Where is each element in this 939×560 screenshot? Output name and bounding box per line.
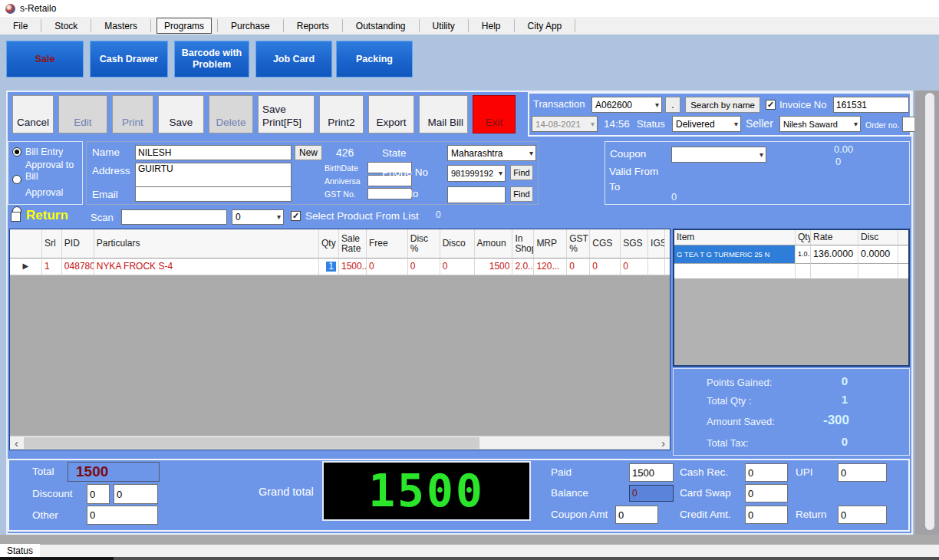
nav-job-card-button[interactable]: Job Card [255, 41, 332, 77]
email-input[interactable] [135, 186, 292, 202]
other-input[interactable]: 0 [87, 506, 158, 525]
upi-input[interactable]: 0 [838, 463, 887, 482]
grid-header-selector[interactable] [10, 229, 42, 259]
return-checkbox[interactable] [11, 212, 21, 222]
memno-input[interactable] [447, 186, 506, 203]
toolbar-export-button[interactable]: Export [368, 95, 414, 133]
toolbar-delete-button[interactable]: Delete [209, 95, 253, 133]
horizontal-scrollbar[interactable]: ‹ › [10, 436, 670, 450]
coupon-amt-input[interactable]: 0 [615, 506, 658, 524]
grid-header-pid[interactable]: PID [62, 229, 94, 259]
toolbar-save-button[interactable]: Save [158, 95, 204, 133]
toolbar-exit-button[interactable]: Exit [473, 95, 516, 133]
grid-cell-qty[interactable]: 1 [319, 259, 339, 275]
status-tab[interactable]: Status [0, 544, 40, 558]
grid-cell-free[interactable]: 0 [367, 259, 408, 275]
grid-header-particulars[interactable]: Particulars [94, 229, 319, 259]
toolbar-cancel-button[interactable]: Cancel [12, 95, 54, 133]
status-combobox[interactable]: Delivered▾ [672, 116, 741, 132]
menu-item-utility[interactable]: Utility [420, 17, 468, 35]
grid-header-igst[interactable]: IGST [648, 229, 665, 259]
item-cell-disc[interactable]: 0.0000 [858, 245, 898, 264]
toolbar-mail-bill-button[interactable]: Mail Bill [419, 95, 468, 133]
seller-combobox[interactable]: Nilesh Saward▾ [779, 116, 861, 132]
scan-input[interactable] [121, 209, 227, 225]
scroll-right-icon[interactable]: › [657, 436, 670, 449]
grid-cell-disc-pct[interactable]: 0 [408, 259, 440, 275]
phone-combobox[interactable]: 981999192▾ [447, 165, 506, 182]
grid-cell-amount[interactable]: 1500 [475, 259, 513, 275]
new-button[interactable]: New [295, 145, 322, 160]
item-cell-qty[interactable]: 1.0... [796, 245, 811, 264]
radio-approval-to-bill[interactable] [12, 175, 21, 184]
memno-find-button[interactable]: Find [510, 186, 533, 202]
item-row-empty[interactable] [674, 264, 908, 279]
grid-header-mrp[interactable]: MRP [534, 229, 567, 259]
toolbar-save-print-button[interactable]: Save Print[F5] [258, 95, 315, 133]
row-selector-icon[interactable]: ▶ [10, 259, 42, 275]
dot-button[interactable]: . [665, 97, 680, 113]
scan-qty-combobox[interactable]: 0▾ [232, 209, 284, 225]
nav-barcode-with-problem-button[interactable]: Barcode with Problem [174, 41, 249, 77]
item-header-rate[interactable]: Rate [811, 230, 858, 245]
cash-rec-input[interactable]: 0 [745, 463, 788, 482]
invoice-no-input[interactable]: 161531 [833, 97, 909, 113]
grid-cell-igst[interactable] [648, 259, 665, 275]
grid-cell-discount[interactable]: 0 [440, 259, 475, 275]
discount-input-1[interactable]: 0 [87, 484, 110, 504]
grid-header-sgst[interactable]: SGS [621, 229, 648, 259]
scroll-left-icon[interactable]: ‹ [10, 436, 23, 449]
grid-header-sale-rate[interactable]: Sale Rate [339, 229, 367, 259]
menu-item-stock[interactable]: Stock [41, 17, 91, 35]
name-input[interactable]: NILESH [135, 145, 292, 160]
date-combobox[interactable]: 14-08-2021▾ [532, 116, 598, 132]
grid-header-in-shop[interactable]: In Shop [512, 229, 534, 259]
window-scrollbar[interactable] [925, 93, 934, 530]
scrollbar-thumb[interactable] [24, 437, 479, 449]
coupon-combobox[interactable]: ▾ [671, 147, 766, 163]
nav-cash-drawer-button[interactable]: Cash Drawer [90, 41, 168, 77]
grid-cell-particulars[interactable]: NYKA FROCK S-4 [94, 259, 319, 275]
grid-cell-mrp[interactable]: 120... [534, 259, 567, 275]
menu-item-programs[interactable]: Programs [156, 18, 212, 34]
menu-item-reports[interactable]: Reports [284, 17, 342, 35]
grid-header-disc-pct[interactable]: Disc % [408, 229, 440, 259]
grid-cell-cgst[interactable]: 0 [590, 259, 621, 275]
grid-header-gst-pct[interactable]: GST % [567, 229, 590, 259]
menu-item-city-app[interactable]: City App [515, 17, 575, 35]
item-header-qty[interactable]: Qty [796, 230, 811, 245]
radio-bill-entry[interactable] [12, 147, 21, 156]
balance-input[interactable]: 0 [629, 485, 674, 502]
invoice-checkbox[interactable]: ✓ [766, 100, 776, 110]
grid-cell-srl[interactable]: 1 [42, 259, 62, 275]
grid-header-discount[interactable]: Disco [440, 229, 475, 259]
grid-cell-pid[interactable]: 048780 [62, 259, 94, 275]
toolbar-print2-button[interactable]: Print2 [319, 95, 364, 133]
return-amt-input[interactable]: 0 [838, 506, 887, 524]
transaction-combobox[interactable]: A062600▾ [591, 97, 662, 113]
discount-input-2[interactable]: 0 [114, 484, 158, 504]
card-swap-input[interactable]: 0 [745, 484, 788, 502]
item-header-disc[interactable]: Disc [858, 230, 898, 245]
menu-item-masters[interactable]: Masters [91, 17, 150, 35]
selected-cell[interactable]: 1 [326, 262, 336, 272]
grid-header-amount[interactable]: Amoun [475, 229, 513, 259]
nav-packing-button[interactable]: Packing [336, 41, 413, 77]
grid-row[interactable]: ▶ 1 048780 NYKA FROCK S-4 1 1500.... 0 0… [10, 259, 670, 275]
menu-item-file[interactable]: File [0, 17, 41, 35]
grid-header-free[interactable]: Free [367, 229, 408, 259]
paid-input[interactable]: 1500 [629, 463, 674, 482]
item-cell-item[interactable]: G TEA T G TURMERIC 25 N [674, 245, 796, 264]
state-combobox[interactable]: Maharashtra▾ [447, 145, 536, 161]
toolbar-edit-button[interactable]: Edit [58, 95, 107, 133]
grid-header-qty[interactable]: Qty [319, 229, 339, 259]
grid-header-srl[interactable]: Srl [42, 229, 62, 259]
item-header-item[interactable]: Item [674, 230, 796, 245]
credit-amt-input[interactable]: 0 [745, 506, 788, 524]
toolbar-print-button[interactable]: Print [112, 95, 153, 133]
menu-item-purchase[interactable]: Purchase [218, 17, 283, 35]
select-product-checkbox[interactable]: ✓ [291, 211, 301, 221]
nav-sale-button[interactable]: Sale [6, 41, 84, 77]
menu-item-outstanding[interactable]: Outstanding [343, 17, 419, 35]
grid-cell-gst-pct[interactable]: 0 [567, 259, 590, 275]
